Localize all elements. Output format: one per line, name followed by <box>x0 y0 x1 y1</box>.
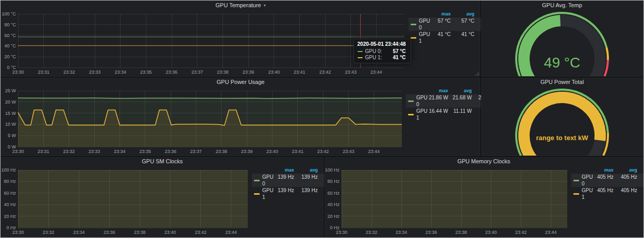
x-axis-tick: 23:34 <box>114 70 126 75</box>
x-axis-tick: 23:33 <box>89 70 101 75</box>
legend: maxavgcurrentGPU 057 °C57 °C57 °CGPU 141… <box>409 11 478 44</box>
legend-value: 405 Hz <box>593 187 615 200</box>
legend-spacer <box>571 167 593 174</box>
x-axis-tick: 23:42 <box>515 230 527 235</box>
y-axis-tick: 60 Hz <box>327 191 340 196</box>
gpu-power-usage-plot[interactable]: 0 W5 W10 W15 W20 W25 W23:3023:3123:3223:… <box>2 87 405 156</box>
legend-header[interactable]: avg <box>615 167 638 174</box>
panel-title-gpu-avg-temp[interactable]: GPU Avg. Temp <box>482 2 642 10</box>
legend-header[interactable]: max <box>274 167 295 174</box>
y-axis-tick: 20 Hz <box>4 214 16 219</box>
gpu-memory-clocks-plot[interactable]: 0 Hz20 Hz40 Hz60 Hz80 Hz100 Hz23:3023:32… <box>325 166 570 236</box>
x-axis-tick: 23:32 <box>63 70 75 75</box>
series-fill <box>18 170 248 228</box>
gpu-sm-clocks-plot[interactable]: 0 Hz20 Hz40 Hz60 Hz80 Hz100 Hz23:3023:32… <box>2 166 251 236</box>
x-axis-tick: 23:30 <box>12 70 24 75</box>
panel-title-gpu-power-total[interactable]: GPU Power Total <box>482 78 642 87</box>
legend-value: 16.44 W <box>428 108 449 121</box>
legend-series-name[interactable]: GPU 1 <box>406 108 428 121</box>
gpu-temperature-plot[interactable]: 0 °C20 °C40 °C60 °C80 °C100 °C23:3023:31… <box>2 10 408 76</box>
gpu-power-total-gauge: range to text kW <box>482 87 642 156</box>
y-axis-tick: 15 W <box>5 111 16 116</box>
dashboard: GPU Temperature▾ 0 °C20 °C40 °C60 °C80 °… <box>0 0 644 238</box>
x-axis-tick: 23:36 <box>104 230 115 235</box>
legend-series-label: GPU 1 <box>262 187 274 200</box>
legend-header[interactable]: max <box>593 167 615 174</box>
x-axis-tick: 23:44 <box>370 70 382 75</box>
series-color-dash-icon <box>408 114 414 115</box>
x-axis-tick: 23:36 <box>426 230 437 235</box>
panel-title-text: GPU SM Clocks <box>142 158 182 164</box>
legend-value: 405 Hz <box>638 174 644 187</box>
y-axis-tick: 100 Hz <box>2 167 16 173</box>
legend-header[interactable]: max <box>428 88 449 94</box>
x-axis-tick: 23:42 <box>195 230 207 235</box>
gauge-value: 49 °C <box>544 55 580 71</box>
x-axis-tick: 23:41 <box>292 149 303 154</box>
legend-series-label: GPU 1 <box>582 187 593 200</box>
chevron-down-icon: ▾ <box>264 3 266 8</box>
legend-series-label: GPU 1 <box>419 31 430 44</box>
graph-tooltip: 2020-05-01 23:44:48GPU 0:57 °CGPU 1:41 °… <box>353 39 411 63</box>
series-color-dash-icon <box>411 37 416 39</box>
legend-spacer <box>409 11 430 18</box>
x-axis-tick: 23:32 <box>366 230 378 235</box>
y-axis-tick: 60 °C <box>4 33 16 38</box>
legend-spacer <box>252 167 274 174</box>
x-axis-tick: 23:43 <box>343 149 354 154</box>
legend-series-name[interactable]: GPU 1 <box>571 187 593 200</box>
series-color-dash-icon <box>254 193 260 195</box>
panel-title-gpu-power-usage[interactable]: GPU Power Usage <box>2 78 480 87</box>
legend-series-name[interactable]: GPU 0 <box>571 174 593 187</box>
legend-value: 139 Hz <box>274 174 295 187</box>
series-color-dash-icon <box>358 51 363 52</box>
x-axis-tick: 23:32 <box>63 149 75 154</box>
legend-series-name[interactable]: GPU 1 <box>252 187 274 200</box>
tooltip-series-name: GPU 0: <box>365 48 382 54</box>
x-axis-tick: 23:37 <box>190 149 202 154</box>
legend-series-name[interactable]: GPU 1 <box>409 31 430 44</box>
legend-header[interactable]: max <box>430 11 452 18</box>
legend-header[interactable]: avg <box>295 167 319 174</box>
gpu-avg-temp-gauge: 49 °C <box>482 10 642 76</box>
legend-value: 405 Hz <box>615 174 638 187</box>
legend-series-name[interactable]: GPU 0 <box>409 18 430 31</box>
panel-title-gpu-sm-clocks[interactable]: GPU SM Clocks <box>2 158 323 166</box>
gpu-power-total-gauge: range to text kW <box>482 87 642 156</box>
tooltip-timestamp: 2020-05-01 23:44:48 <box>358 41 406 47</box>
panel-gpu-temperature: GPU Temperature▾ 0 °C20 °C40 °C60 °C80 °… <box>1 1 480 77</box>
panel-title-text: GPU Temperature <box>215 2 261 8</box>
legend-header[interactable]: avg <box>452 11 476 18</box>
gauge-fill <box>524 97 600 156</box>
y-axis-tick: 60 Hz <box>4 191 16 196</box>
x-axis-tick: 23:36 <box>165 149 177 154</box>
gpu-memory-clocks-chart: 0 Hz20 Hz40 Hz60 Hz80 Hz100 Hz23:3023:32… <box>325 166 642 236</box>
legend-header[interactable]: current <box>638 167 644 174</box>
gauge-value: range to text kW <box>536 134 588 142</box>
x-axis-tick: 23:40 <box>164 230 176 235</box>
panel-title-gpu-temperature[interactable]: GPU Temperature▾ <box>2 2 480 10</box>
x-axis-tick: 23:30 <box>336 230 348 235</box>
x-axis-tick: 23:44 <box>545 230 557 235</box>
panel-title-gpu-memory-clocks[interactable]: GPU Memory Clocks <box>325 158 642 166</box>
legend: maxavgcurrentGPU 021.86 W21.68 W21.77 WG… <box>406 88 478 121</box>
legend-series-name[interactable]: GPU 0 <box>406 94 428 108</box>
legend: maxavgcurrentGPU 0139 Hz139 Hz139 HzGPU … <box>252 167 321 200</box>
x-axis-tick: 23:40 <box>266 149 278 154</box>
y-axis-tick: 40 Hz <box>4 202 16 207</box>
legend-series-label: GPU 0 <box>262 174 274 187</box>
legend-value: 21.68 W <box>449 94 473 108</box>
gpu-temperature-chart: 0 °C20 °C40 °C60 °C80 °C100 °C23:3023:31… <box>2 10 480 76</box>
x-axis-tick: 23:42 <box>317 149 329 154</box>
x-axis-tick: 23:35 <box>140 70 152 75</box>
legend-value: 57 °C <box>430 18 452 31</box>
series-color-dash-icon <box>411 24 416 25</box>
legend-series-name[interactable]: GPU 0 <box>252 174 274 187</box>
legend-value: 41 °C <box>452 31 476 44</box>
y-axis-tick: 25 W <box>5 88 16 93</box>
tooltip-row: GPU 0:57 °C <box>358 48 406 54</box>
legend-spacer <box>406 88 428 94</box>
legend-header[interactable]: avg <box>449 88 473 94</box>
y-axis-tick: 5 W <box>8 133 16 138</box>
legend-value: 405 Hz <box>593 174 615 187</box>
